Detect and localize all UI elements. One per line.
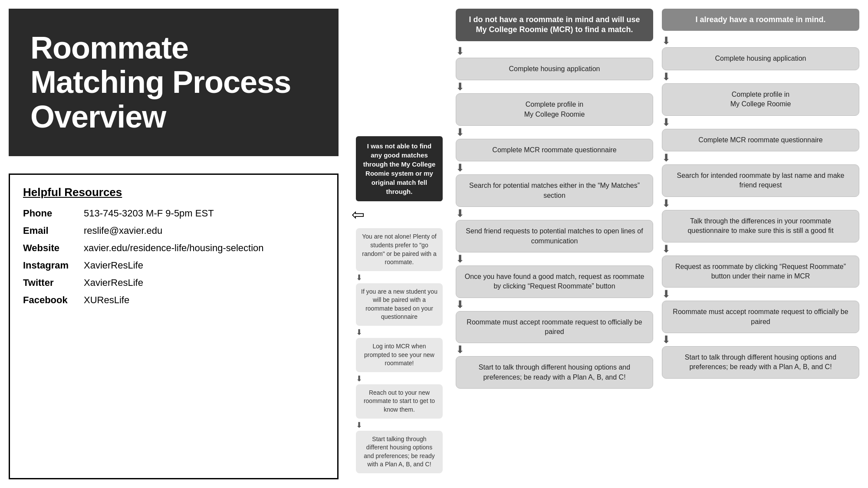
flow-step: Complete profile in My College Roomie [662,83,859,116]
resource-value: XavierResLife [84,260,143,271]
resource-value: xavier.edu/residence-life/housing-select… [84,242,264,254]
flow-step: Start to talk through different housing … [456,356,653,389]
arrow-down-icon: ⬇ [662,198,859,209]
resource-row: TwitterXavierResLife [23,277,324,288]
middle-step: Log into MCR when prompted to see your n… [356,338,443,372]
flow-step: Talk through the differences in your roo… [662,210,859,242]
flow-step: Send friend requests to potential matche… [456,220,653,252]
flow-step: Once you have found a good match, reques… [456,265,653,298]
arrow-down-icon: ⬇ [456,208,653,219]
column2-header: I already have a roommate in mind. [662,9,859,31]
arrow-down-icon: ⬇ [356,328,443,337]
arrow-down-icon: ⬇ [662,117,859,128]
resource-value: XavierResLife [84,277,143,288]
arrow-down-icon: ⬇ [356,374,443,383]
column1: I do not have a roommate in mind and wil… [456,9,653,479]
middle-step: If you are a new student you will be pai… [356,283,443,326]
flow-step: Start to talk through different housing … [662,346,859,379]
arrow-down-icon: ⬇ [662,153,859,163]
resource-row: Emailreslife@xavier.edu [23,225,324,236]
arrow-down-icon: ⬇ [456,127,653,138]
resource-value: reslife@xavier.edu [84,225,162,236]
resource-row: Phone513-745-3203 M-F 9-5pm EST [23,208,324,219]
arrow-down-icon: ⬇ [456,254,653,264]
resource-value: XUResLife [84,295,129,306]
resource-label: Website [23,242,84,254]
middle-panel: I was not able to find any good matches … [347,0,451,488]
flow-step: Complete housing application [662,47,859,70]
flow-step: Complete MCR roommate questionnaire [456,139,653,161]
flow-step: Complete MCR roommate questionnaire [662,129,859,151]
arrow-down-icon: ⬇ [662,244,859,254]
resource-label: Facebook [23,295,84,306]
flow-step: Complete housing application [456,58,653,80]
arrow-down-icon: ⬇ [662,289,859,299]
flow-step: Roommate must accept roommate request to… [456,311,653,344]
resource-row: Websitexavier.edu/residence-life/housing… [23,242,324,254]
arrow-down-icon: ⬇ [662,72,859,82]
arrow-down-icon: ⬇ [662,334,859,345]
middle-step: You are not alone! Plenty of students pr… [356,228,443,271]
arrow-down-icon: ⬇ [456,163,653,173]
flow-step: Search for intended roommate by last nam… [662,164,859,197]
arrow-down-icon: ⬇ [456,344,653,355]
arrow-down-icon: ⬇ [662,36,859,46]
flow-step: Complete profile in My College Roomie [456,93,653,126]
no-match-box: I was not able to find any good matches … [356,136,443,201]
resource-label: Twitter [23,277,84,288]
flow-step: Request as roommate by clicking “Request… [662,255,859,288]
middle-step: Start talking through different housing … [356,431,443,473]
flow-step: Search for potential matches either in t… [456,174,653,207]
right-panel: I do not have a roommate in mind and wil… [451,0,868,488]
resource-label: Phone [23,208,84,219]
column1-header: I do not have a roommate in mind and wil… [456,9,653,41]
arrow-down-icon: ⬇ [356,273,443,282]
arrow-down-icon: ⬇ [356,420,443,430]
left-panel: Roommate Matching Process Overview Helpf… [0,0,347,488]
middle-step: Reach out to your new roommate to start … [356,384,443,419]
resources-box: Helpful Resources Phone513-745-3203 M-F … [9,174,339,479]
left-arrow-icon: ⇦ [352,206,365,224]
arrow-down-icon: ⬇ [456,82,653,92]
flow-step: Roommate must accept roommate request to… [662,301,859,333]
title-box: Roommate Matching Process Overview [9,9,339,156]
resource-value: 513-745-3203 M-F 9-5pm EST [84,208,214,219]
column2: I already have a roommate in mind. ⬇Comp… [662,9,859,479]
resource-row: FacebookXUResLife [23,295,324,306]
arrow-down-icon: ⬇ [456,299,653,310]
resources-heading: Helpful Resources [23,186,324,199]
resource-label: Instagram [23,260,84,271]
resource-label: Email [23,225,84,236]
resource-row: InstagramXavierResLife [23,260,324,271]
arrow-down-icon: ⬇ [456,46,653,56]
page-title: Roommate Matching Process Overview [30,31,317,134]
